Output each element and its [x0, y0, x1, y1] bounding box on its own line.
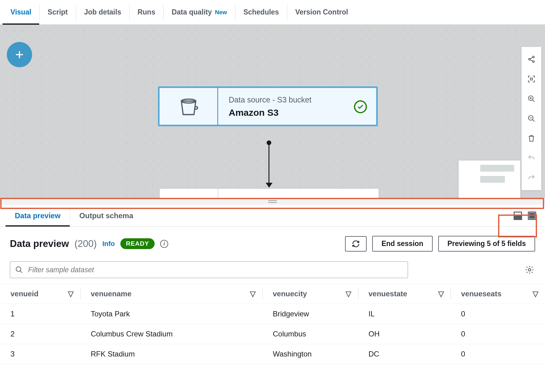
share-icon: [527, 55, 535, 63]
minimap-node: [480, 165, 514, 172]
tab-job-details[interactable]: Job details: [76, 5, 130, 20]
cell: 0: [451, 324, 545, 344]
cell: 1: [0, 304, 80, 324]
cell: Bridgeview: [262, 304, 358, 324]
delete-button[interactable]: [524, 131, 539, 146]
redo-icon: [527, 174, 535, 182]
cell: 0: [451, 304, 545, 324]
visual-canvas[interactable]: Data source - S3 bucket Amazon S3 Data t…: [0, 25, 545, 198]
layout-full-button[interactable]: [527, 211, 537, 221]
info-link[interactable]: Info: [102, 240, 115, 248]
zoom-in-icon: [527, 95, 535, 103]
table-row[interactable]: 2 Columbus Crew Stadium Columbus OH 0: [0, 324, 545, 344]
filter-icon[interactable]: ▽: [533, 290, 538, 298]
fit-icon: [527, 75, 535, 83]
table-header-row: venueid▽ venuename▽ venuecity▽ venuestat…: [0, 284, 545, 304]
cell: OH: [358, 324, 451, 344]
preview-heading: Data preview: [10, 238, 69, 249]
layout-half-button[interactable]: [513, 211, 523, 221]
end-session-button[interactable]: End session: [372, 236, 432, 252]
gear-icon: [525, 265, 534, 274]
filter-row: [0, 258, 545, 284]
node-subtitle: Data source - S3 bucket: [229, 95, 354, 104]
filter-icon[interactable]: ▽: [346, 290, 351, 298]
tab-runs[interactable]: Runs: [130, 5, 164, 20]
col-venuestate[interactable]: venuestate▽: [358, 284, 451, 304]
table-settings-button[interactable]: [524, 264, 535, 275]
panel-half-icon: [513, 211, 523, 221]
col-venueseats[interactable]: venueseats▽: [451, 284, 545, 304]
fit-button[interactable]: [524, 72, 539, 86]
info-icon[interactable]: i: [160, 240, 168, 248]
share-button[interactable]: [524, 52, 539, 67]
filter-input-container[interactable]: [10, 261, 408, 278]
minimap[interactable]: [459, 161, 520, 198]
zoom-in-button[interactable]: [524, 91, 539, 106]
edge-arrow: [268, 143, 269, 187]
node-icon-slot: [160, 88, 218, 125]
zoom-out-button[interactable]: [524, 111, 539, 126]
refresh-icon: [352, 240, 360, 248]
status-ok-icon: [354, 100, 367, 113]
node-s3-source[interactable]: Data source - S3 bucket Amazon S3: [158, 86, 378, 126]
cell: 3: [0, 344, 80, 364]
cell: 2: [0, 324, 80, 344]
tab-output-schema[interactable]: Output schema: [70, 209, 143, 222]
zoom-out-icon: [527, 115, 535, 123]
cell: RFK Stadium: [80, 344, 262, 364]
cell: 0: [451, 344, 545, 364]
tab-visual[interactable]: Visual: [2, 5, 40, 20]
top-tab-bar: Visual Script Job details Runs Data qual…: [0, 0, 545, 25]
filter-icon[interactable]: ▽: [68, 290, 73, 298]
plus-icon: [14, 49, 25, 60]
table-row[interactable]: 1 Toyota Park Bridgeview IL 0: [0, 304, 545, 324]
col-venuecity[interactable]: venuecity▽: [262, 284, 358, 304]
filter-input[interactable]: [28, 266, 403, 274]
lower-tab-bar: Data preview Output schema: [0, 205, 545, 227]
table-row[interactable]: 3 RFK Stadium Washington DC 0: [0, 344, 545, 364]
grip-icon: [268, 200, 277, 203]
tab-data-quality-label: Data quality: [172, 8, 212, 16]
bucket-icon: [178, 96, 199, 117]
col-venueid[interactable]: venueid▽: [0, 284, 80, 304]
filter-icon[interactable]: ▽: [250, 290, 256, 298]
filter-icon[interactable]: ▽: [438, 290, 444, 298]
svg-point-12: [16, 267, 21, 271]
tab-version-control[interactable]: Version Control: [287, 5, 356, 20]
tab-script[interactable]: Script: [40, 5, 76, 20]
redo-button[interactable]: [524, 170, 539, 185]
tab-data-preview[interactable]: Data preview: [6, 209, 70, 222]
svg-rect-5: [530, 78, 533, 80]
preview-table: venueid▽ venuename▽ venuecity▽ venuestat…: [0, 284, 545, 364]
refresh-button[interactable]: [345, 236, 367, 252]
node-title: Amazon S3: [229, 107, 354, 118]
tab-schedules[interactable]: Schedules: [235, 5, 287, 20]
cell: IL: [358, 304, 451, 324]
svg-rect-9: [514, 216, 522, 219]
svg-point-13: [528, 269, 531, 271]
cell: Columbus: [262, 324, 358, 344]
col-venuename[interactable]: venuename▽: [80, 284, 262, 304]
search-icon: [15, 266, 23, 274]
svg-rect-11: [530, 213, 535, 218]
new-badge: New: [215, 9, 227, 16]
preview-header: Data preview (200) Info READY i End sess…: [0, 227, 545, 258]
cell: Washington: [262, 344, 358, 364]
cell: Toyota Park: [80, 304, 262, 324]
minimap-node: [480, 176, 505, 183]
cell: DC: [358, 344, 451, 364]
undo-button[interactable]: [524, 151, 539, 165]
node-snowflake-target[interactable]: Data target - Snowflake Snowflake: [159, 188, 379, 198]
tab-data-quality[interactable]: Data quality New: [164, 5, 235, 20]
undo-icon: [527, 154, 535, 162]
preview-count: (200): [74, 238, 97, 249]
node-icon-slot: [160, 189, 218, 198]
panel-full-icon: [527, 211, 537, 221]
fields-menu-button[interactable]: Previewing 5 of 5 fields: [438, 236, 535, 252]
trash-icon: [527, 134, 535, 142]
status-badge: READY: [120, 238, 155, 249]
canvas-toolbar: [522, 47, 541, 190]
cell: Columbus Crew Stadium: [80, 324, 262, 344]
add-node-button[interactable]: [7, 42, 32, 67]
resize-handle[interactable]: [0, 198, 545, 205]
